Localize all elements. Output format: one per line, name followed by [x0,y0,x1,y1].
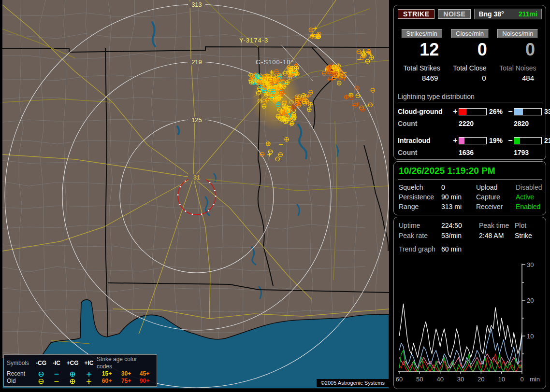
status-value: 0 [441,183,476,191]
stat-total-value: 0 [446,74,493,82]
session-cell: 224:50 [441,222,479,229]
status-label: Squelch [399,183,441,191]
stats-panel: STRIKE NOISE Bng 38° 211mi Strikes/min12… [393,5,546,160]
legend-age-header: Strike age color codes [97,356,154,370]
legend-age-code: 90+ [135,378,154,385]
svg-text:0: 0 [520,376,523,383]
stat-total-label: Total Close [446,64,493,72]
plus-sign: + [452,136,459,145]
svg-text:60: 60 [396,376,403,383]
status-label: Receiver [476,203,516,210]
svg-text:50: 50 [416,376,423,383]
session-cell: Strike [515,232,541,239]
bearing-label: Bng 38° [478,10,504,18]
positive-percent: 19% [487,137,507,144]
legend-col-header: -CG [33,360,49,367]
stat-chip[interactable]: Close/min [451,29,489,38]
noise-mode-button[interactable]: NOISE [438,9,471,19]
stat-column-noises-min: Noises/min0Total Noises484 [494,29,542,82]
svg-text:20: 20 [527,297,534,304]
svg-text:30: 30 [527,261,534,268]
legend-age-code: 60+ [97,378,117,385]
plus-sign: + [452,107,459,116]
negative-count: 1793 [514,149,542,156]
svg-text:125: 125 [191,116,202,124]
svg-text:313: 313 [191,1,202,8]
session-cell: Uptime [399,222,441,229]
app-window: { "header": { "strike_btn": "STRIKE", "n… [0,0,550,392]
negative-bar [514,137,542,144]
distribution-row: Intracloud+19%−21%Count16361793 [398,136,542,160]
status-value: 90 min [441,193,476,201]
status-label: Upload [476,183,516,191]
svg-text:31: 31 [193,174,200,181]
stat-rate-value: 0 [494,39,542,60]
negative-count: 2820 [514,120,542,127]
stat-chip[interactable]: Strikes/min [402,29,442,38]
stat-rate-value: 12 [398,39,446,60]
icn-symbol-icon [53,378,60,384]
trend-graph-window: 60 min [441,245,462,253]
status-panel: 10/26/2025 1:19:20 PM Squelch0UploadDisa… [393,161,546,215]
legend-row-label: Old [7,378,33,385]
status-label: Range [399,203,441,210]
svg-text:10: 10 [527,333,534,340]
positive-count: 2220 [459,120,487,127]
legend-col-header: +CG [64,360,81,367]
icp-symbol-icon [86,378,92,384]
distribution-title: Lightning type distribution [398,93,542,102]
legend-age-code: 75+ [117,378,135,385]
svg-text:40: 40 [436,376,443,383]
bearing-distance: 211mi [519,10,537,18]
legend-row-label: Recent [7,370,33,378]
map-legend: Symbols-CG-IC+CG+ICStrike age color code… [3,354,157,387]
svg-text:30: 30 [457,376,464,383]
count-label: Count [398,149,452,156]
strike-mode-button[interactable]: STRIKE [398,9,434,19]
status-label: Capture [476,193,516,201]
legend-symbols-header: Symbols [7,360,33,367]
negative-percent: 21% [542,137,550,144]
stat-rate-value: 0 [446,39,493,60]
stat-total-value: 484 [494,74,542,82]
session-cell: Peak time [479,222,515,229]
svg-text:min: min [530,376,540,383]
cgp-symbol-icon [69,378,76,384]
legend-age-code: 45+ [135,370,154,378]
cgn-symbol-icon [38,378,44,384]
status-value: 313 mi [441,203,476,210]
minus-sign: − [507,107,514,116]
negative-bar [514,108,542,115]
status-state: Active [516,193,542,201]
distribution-row: Cloud-ground+26%−33%Count22202820 [398,107,542,131]
cgp-symbol-icon [69,371,76,377]
legend-age-code: 15+ [97,370,117,378]
svg-text:10: 10 [498,376,505,383]
cgn-symbol-icon [38,371,44,377]
session-cell: Plot [515,222,541,229]
bearing-readout: Bng 38° 211mi [474,9,542,19]
negative-percent: 33% [542,108,550,115]
positive-bar [459,137,487,144]
legend-age-code: 30+ [117,370,135,378]
minus-sign: − [507,136,514,145]
trend-graph-label: Trend graph [399,245,441,253]
svg-text:20: 20 [478,376,484,383]
svg-text:Y-3174-3: Y-3174-3 [239,37,268,44]
stat-total-label: Total Noises [494,64,542,72]
stat-chip[interactable]: Noises/min [497,29,538,38]
legend-col-header: +IC [81,360,97,367]
session-cell: 53/min [441,232,479,239]
lightning-map[interactable]: Y-3174-3G-S100-10^31321912531 Symbols-CG… [2,0,389,389]
session-cell: Peak rate [399,232,441,239]
status-state: Enabled [516,203,542,210]
status-label: Persistence [399,193,441,201]
datetime-display: 10/26/2025 1:19:20 PM [398,165,542,176]
type-name: Cloud-ground [398,108,452,115]
session-panel: Uptime224:50Peak timePlotPeak rate53/min… [393,217,546,389]
icn-symbol-icon [53,371,60,377]
session-cell: 2:48 AM [479,232,515,239]
copyright-label: ©2005 Astrogenic Systems [317,379,389,387]
status-state: Disabled [516,183,542,191]
map-canvas: Y-3174-3G-S100-10^31321912531 [2,0,389,389]
